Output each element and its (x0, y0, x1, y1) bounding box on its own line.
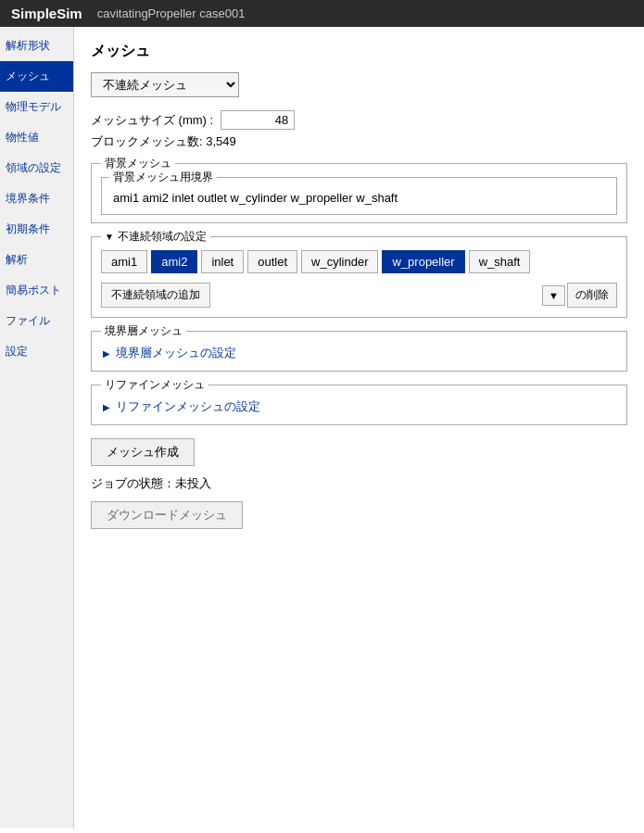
download-mesh-button[interactable]: ダウンロードメッシュ (91, 501, 243, 529)
sidebar-item-physics-model[interactable]: 物理モデル (0, 92, 73, 122)
bg-mesh-boundaries: ami1 ami2 inlet outlet w_cylinder w_prop… (111, 185, 607, 207)
background-mesh-inner: 背景メッシュ用境界 ami1 ami2 inlet outlet w_cylin… (101, 177, 617, 215)
tag-inlet[interactable]: inlet (201, 250, 244, 273)
main-content: メッシュ 不連続メッシュ 連続メッシュ メッシュサイズ (mm) : ブロックメ… (74, 27, 644, 828)
add-disc-region-button[interactable]: 不連続領域の追加 (101, 283, 210, 308)
mesh-size-label: メッシュサイズ (mm) : (91, 112, 213, 129)
background-mesh-section: 背景メッシュ 背景メッシュ用境界 ami1 ami2 inlet outlet … (91, 163, 627, 223)
sidebar-item-settings[interactable]: 設定 (0, 336, 73, 367)
case-name: cavitatingPropeller case001 (97, 6, 246, 20)
mesh-type-row: 不連続メッシュ 連続メッシュ (91, 72, 627, 97)
refine-mesh-link-text: リファインメッシュの設定 (116, 398, 260, 415)
sidebar-item-mesh[interactable]: メッシュ (0, 61, 73, 92)
refine-mesh-title: リファインメッシュ (101, 377, 208, 393)
disc-region-title-text: 不連続領域の設定 (118, 229, 207, 245)
boundary-layer-link[interactable]: ▶ 境界層メッシュの設定 (101, 339, 617, 363)
sidebar-item-boundary-conditions[interactable]: 境界条件 (0, 183, 73, 214)
app-name: SimpleSim (11, 6, 82, 21)
tag-ami1[interactable]: ami1 (101, 250, 147, 273)
disc-region-section: ▼ 不連続領域の設定 ami1 ami2 inlet outlet w_cyli… (91, 236, 627, 318)
disc-region-title[interactable]: ▼ 不連続領域の設定 (101, 229, 210, 245)
action-row: 不連続領域の追加 ▼ の削除 (101, 283, 617, 308)
tag-ami2[interactable]: ami2 (151, 250, 197, 273)
sidebar-item-file[interactable]: ファイル (0, 306, 73, 336)
mesh-type-select[interactable]: 不連続メッシュ 連続メッシュ (91, 72, 239, 97)
sidebar: 解析形状 メッシュ 物理モデル 物性値 領域の設定 境界条件 初期条件 解析 簡… (0, 27, 74, 828)
sidebar-item-material[interactable]: 物性値 (0, 122, 73, 153)
delete-dropdown-button[interactable]: ▼ (542, 285, 565, 306)
boundary-layer-link-text: 境界層メッシュの設定 (116, 345, 236, 361)
sidebar-item-simple-post[interactable]: 簡易ポスト (0, 275, 73, 306)
bg-mesh-boundary-title: 背景メッシュ用境界 (109, 170, 217, 185)
refine-mesh-link[interactable]: ▶ リファインメッシュの設定 (101, 393, 617, 417)
tag-w-shaft[interactable]: w_shaft (469, 250, 531, 273)
refine-mesh-section: リファインメッシュ ▶ リファインメッシュの設定 (91, 385, 627, 425)
disc-title-arrow-icon: ▼ (105, 232, 114, 242)
boundary-layer-arrow-icon: ▶ (103, 348, 110, 359)
job-status: ジョブの状態：未投入 (91, 475, 627, 492)
mesh-size-row: メッシュサイズ (mm) : (91, 110, 627, 130)
sidebar-item-initial-conditions[interactable]: 初期条件 (0, 214, 73, 245)
block-mesh-count: ブロックメッシュ数: 3,549 (91, 133, 627, 150)
tag-row: ami1 ami2 inlet outlet w_cylinder w_prop… (101, 250, 617, 273)
page-title: メッシュ (91, 42, 627, 61)
delete-button[interactable]: の削除 (567, 283, 617, 308)
sidebar-item-analysis-shape[interactable]: 解析形状 (0, 31, 73, 61)
sidebar-item-domain-settings[interactable]: 領域の設定 (0, 153, 73, 183)
tag-w-cylinder[interactable]: w_cylinder (301, 250, 378, 273)
chevron-down-icon: ▼ (549, 290, 559, 301)
delete-group: ▼ の削除 (542, 283, 617, 308)
tag-outlet[interactable]: outlet (247, 250, 297, 273)
mesh-size-input[interactable] (221, 110, 295, 130)
boundary-layer-section: 境界層メッシュ ▶ 境界層メッシュの設定 (91, 331, 627, 372)
tag-w-propeller[interactable]: w_propeller (382, 250, 464, 273)
create-mesh-button[interactable]: メッシュ作成 (91, 438, 195, 466)
sidebar-item-analysis[interactable]: 解析 (0, 245, 73, 275)
refine-mesh-arrow-icon: ▶ (103, 402, 110, 412)
boundary-layer-title: 境界層メッシュ (101, 323, 186, 339)
